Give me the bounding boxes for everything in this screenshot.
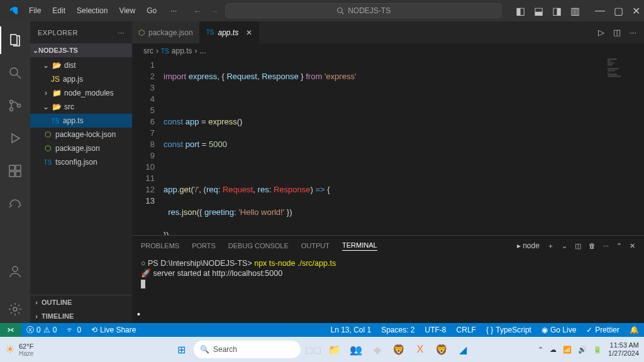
unknown-app-icon[interactable]: ◆: [369, 341, 386, 358]
close-panel-icon[interactable]: ✕: [630, 242, 635, 250]
title-bar: File Edit Selection View Go ··· ← → NODE…: [0, 0, 644, 21]
status-encoding[interactable]: UTF-8: [420, 326, 452, 334]
status-indent[interactable]: Spaces: 2: [376, 326, 419, 334]
menu-file[interactable]: File: [24, 4, 46, 18]
xampp-icon[interactable]: X: [411, 341, 429, 358]
activity-remote-icon[interactable]: [0, 190, 30, 217]
system-tray[interactable]: ⌃ ☁ 📶 🔊 🔋 11:53 AM1/27/2024: [538, 341, 639, 358]
menu-view[interactable]: View: [114, 4, 140, 18]
menu-overflow[interactable]: ···: [165, 4, 182, 18]
explorer-icon[interactable]: 📁: [326, 341, 343, 358]
svg-rect-9: [16, 172, 21, 177]
ts-file-icon: TS: [161, 48, 169, 55]
status-cursor-pos[interactable]: Ln 13, Col 1: [325, 326, 376, 334]
activity-account-icon[interactable]: [0, 258, 30, 285]
terminal-shell-label[interactable]: ▸ node: [517, 241, 540, 250]
kill-terminal-icon[interactable]: 🗑: [589, 242, 596, 250]
volume-icon: 🔊: [578, 346, 587, 354]
file-tsconfig[interactable]: TStsconfig.json: [30, 155, 132, 169]
remote-indicator[interactable]: [0, 323, 21, 337]
menu-edit[interactable]: Edit: [47, 4, 70, 18]
status-eol[interactable]: CRLF: [452, 326, 481, 334]
folder-src[interactable]: ⌄📂src: [30, 100, 132, 114]
svg-point-11: [13, 266, 18, 272]
layout-right-icon[interactable]: ◨: [552, 5, 562, 17]
antenna-icon: ᯤ: [67, 326, 74, 334]
panel-tab-debug[interactable]: DEBUG CONSOLE: [228, 242, 289, 250]
explorer-title: EXPLORER: [38, 29, 78, 36]
menu-go[interactable]: Go: [142, 4, 162, 18]
tab-overflow[interactable]: ···: [630, 28, 636, 37]
timeline-section[interactable]: ›TIMELINE: [30, 309, 132, 323]
file-package-lock[interactable]: ⬡package-lock.json: [30, 128, 132, 141]
tray-chevron-icon: ⌃: [538, 346, 543, 354]
file-app-js[interactable]: JSapp.js: [30, 72, 132, 86]
menu-selection[interactable]: Selection: [72, 4, 113, 18]
outline-section[interactable]: ›OUTLINE: [30, 295, 132, 309]
new-terminal-icon[interactable]: ＋: [547, 241, 554, 251]
status-golive[interactable]: ◉Go Live: [536, 326, 581, 334]
tab-package-json[interactable]: ⬡package.json: [132, 21, 200, 43]
layout-bottom-icon[interactable]: ⬓: [534, 5, 543, 17]
svg-point-4: [10, 101, 13, 104]
status-notifications[interactable]: 🔔: [625, 326, 644, 334]
layout-custom-icon[interactable]: ▥: [570, 5, 580, 17]
activity-extensions-icon[interactable]: [0, 157, 30, 185]
activity-settings-icon[interactable]: [0, 295, 30, 323]
taskbar-clock[interactable]: 11:53 AM1/27/2024: [608, 341, 639, 358]
command-center[interactable]: NODEJS-TS: [225, 3, 502, 18]
panel-tab-ports[interactable]: PORTS: [192, 242, 216, 250]
status-prettier[interactable]: ✓Prettier: [581, 326, 625, 334]
status-ports[interactable]: ᯤ0: [62, 323, 86, 337]
teams-icon[interactable]: 👥: [347, 341, 365, 358]
maximize-icon[interactable]: ▢: [614, 5, 623, 17]
breadcrumb[interactable]: src› TS app.ts›...: [132, 43, 644, 58]
panel-tab-problems[interactable]: PROBLEMS: [141, 242, 179, 250]
status-language[interactable]: { }TypeScript: [481, 326, 536, 334]
panel-tab-output[interactable]: OUTPUT: [301, 242, 330, 250]
nav-forward-icon[interactable]: →: [210, 6, 218, 16]
status-liveshare[interactable]: ⟲Live Share: [86, 323, 141, 337]
split-terminal-icon[interactable]: ◫: [575, 242, 581, 250]
panel-tab-terminal[interactable]: TERMINAL: [342, 241, 377, 251]
minimap[interactable]: ████ ████████ ████ ███ ██ ██████ ███████…: [608, 58, 640, 96]
layout-left-icon[interactable]: ◧: [516, 5, 525, 17]
brave-icon[interactable]: 🦁: [390, 341, 408, 358]
taskbar-weather[interactable]: ☀ 62°FHaze: [5, 343, 33, 357]
command-center-text: NODEJS-TS: [348, 6, 391, 15]
file-package-json[interactable]: ⬡package.json: [30, 141, 132, 155]
file-app-ts[interactable]: TSapp.ts: [30, 114, 132, 128]
split-editor-icon[interactable]: ◫: [613, 28, 621, 37]
folder-dist[interactable]: ⌄📂dist: [30, 58, 132, 72]
error-icon: ⓧ: [26, 325, 34, 336]
battery-icon: 🔋: [593, 346, 602, 354]
folder-open-icon: 📂: [52, 61, 62, 70]
tab-app-ts[interactable]: TSapp.ts✕: [200, 21, 259, 43]
terminal[interactable]: ○ PS D:\Intership\NODEJS-TS> npx ts-node…: [132, 256, 644, 323]
vscode-icon[interactable]: ◢: [454, 341, 472, 358]
start-icon[interactable]: ⊞: [172, 341, 190, 358]
code-editor[interactable]: 12345678910111213 import express, { Requ…: [132, 58, 644, 235]
project-header[interactable]: ⌄NODEJS-TS: [30, 43, 132, 57]
activity-explorer-icon[interactable]: [0, 26, 30, 54]
run-icon[interactable]: ▷: [598, 28, 604, 37]
svg-rect-8: [9, 172, 14, 177]
folder-node-modules[interactable]: ›📁node_modules: [30, 86, 132, 100]
activity-scm-icon[interactable]: [0, 92, 30, 119]
activity-debug-icon[interactable]: [0, 124, 30, 152]
explorer-actions[interactable]: ···: [118, 29, 125, 36]
panel-overflow[interactable]: ···: [603, 242, 609, 250]
maximize-panel-icon[interactable]: ⌃: [616, 242, 622, 250]
file-tree: ⌄📂dist JSapp.js ›📁node_modules ⌄📂src TSa…: [30, 57, 132, 170]
close-icon[interactable]: ✕: [246, 28, 252, 37]
brave-icon-2[interactable]: 🦁: [433, 341, 450, 358]
panel: PROBLEMS PORTS DEBUG CONSOLE OUTPUT TERM…: [132, 235, 644, 323]
status-errors[interactable]: ⓧ0 ⚠0: [21, 323, 62, 337]
taskbar-search[interactable]: 🔍Search: [194, 341, 301, 358]
terminal-dropdown-icon[interactable]: ⌄: [562, 242, 567, 250]
minimize-icon[interactable]: —: [595, 5, 605, 16]
close-icon[interactable]: ✕: [632, 5, 640, 17]
nav-back-icon[interactable]: ←: [193, 6, 201, 16]
task-view-icon[interactable]: ◻◻: [304, 341, 322, 358]
activity-search-icon[interactable]: [0, 59, 30, 87]
